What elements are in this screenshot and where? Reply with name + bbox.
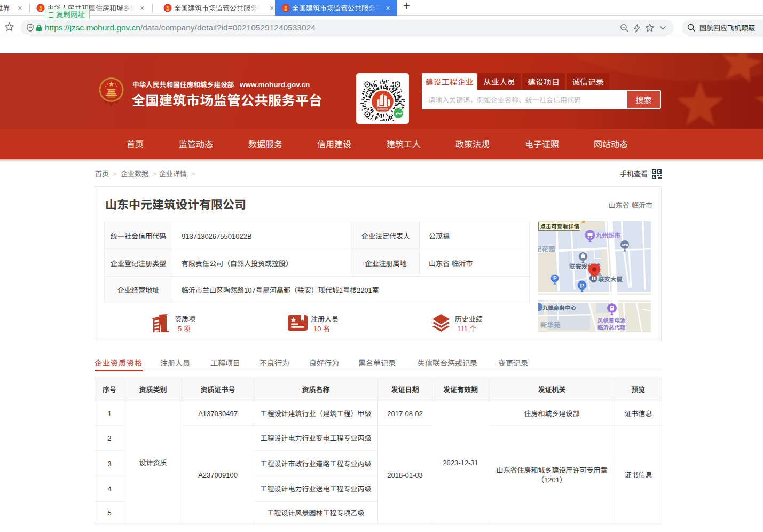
- svg-text:记花园: 记花园: [538, 244, 555, 254]
- svg-text:P: P: [580, 281, 584, 290]
- svg-text:ATM: ATM: [622, 242, 628, 247]
- svg-text:临沂总代理: 临沂总代理: [597, 323, 626, 331]
- svg-text:九州超市: 九州超市: [596, 231, 620, 239]
- svg-text:点击可查看详情: 点击可查看详情: [540, 222, 580, 230]
- svg-text:九峰商务中心: 九峰商务中心: [542, 303, 576, 311]
- svg-text:P: P: [553, 274, 557, 282]
- svg-text:新华苑: 新华苑: [540, 319, 561, 330]
